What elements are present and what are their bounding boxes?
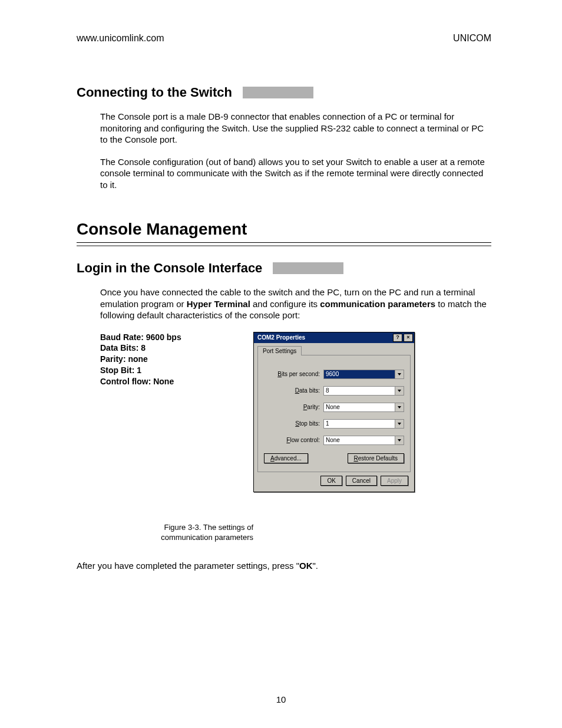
dialog-titlebar[interactable]: COM2 Properties ? × (254, 332, 414, 343)
chevron-down-icon[interactable] (395, 436, 404, 445)
stopbits-value[interactable]: 1 (323, 419, 395, 429)
com-properties-dialog: COM2 Properties ? × Port Settings Bits p… (253, 332, 415, 492)
chevron-down-icon[interactable] (395, 370, 404, 379)
ok-button[interactable]: OK (320, 476, 342, 486)
flow-value[interactable]: None (323, 436, 395, 445)
after-settings-text: After you have completed the parameter s… (77, 561, 491, 571)
databits-value[interactable]: 8 (323, 386, 395, 396)
connecting-para1: The Console port is a male DB-9 connecto… (100, 111, 491, 146)
chevron-down-icon[interactable] (395, 386, 404, 396)
param-parity: Parity: none (100, 354, 253, 365)
port-settings-panel: Bits per second: 9600 Data bits: 8 (257, 355, 411, 472)
bps-label: Bits per second: (264, 371, 323, 377)
param-flow: Control flow: None (100, 376, 253, 387)
header-brand: UNICOM (453, 33, 491, 44)
parameters-list: Baud Rate: 9600 bps Data Bits: 8 Parity:… (100, 332, 253, 387)
section-connecting-text: Connecting to the Switch (77, 85, 232, 100)
chevron-down-icon[interactable] (395, 403, 404, 412)
page-number: 10 (0, 694, 562, 704)
stopbits-combo[interactable]: 1 (323, 419, 404, 429)
advanced-button[interactable]: Advanced... (264, 453, 308, 463)
databits-combo[interactable]: 8 (323, 386, 404, 396)
chevron-down-icon[interactable] (395, 419, 404, 429)
param-data: Data Bits: 8 (100, 342, 253, 354)
bps-value[interactable]: 9600 (323, 370, 395, 379)
flow-combo[interactable]: None (323, 436, 404, 445)
close-icon[interactable]: × (404, 334, 413, 342)
figure-caption: Figure 3-3. The settings of communicatio… (100, 523, 253, 543)
bps-combo[interactable]: 9600 (323, 370, 404, 379)
dialog-title: COM2 Properties (257, 334, 305, 341)
tab-port-settings[interactable]: Port Settings (257, 346, 302, 355)
flow-label: Flow control: (264, 437, 323, 443)
parity-value[interactable]: None (323, 403, 395, 412)
section-connecting-title: Connecting to the Switch (77, 85, 491, 100)
header-url: www.unicomlink.com (77, 33, 164, 44)
section-login-text: Login in the Console Interface (77, 261, 262, 276)
decorative-block (273, 262, 343, 274)
decorative-block (243, 87, 313, 98)
param-baud: Baud Rate: 9600 bps (100, 332, 253, 343)
page-header: www.unicomlink.com UNICOM (77, 33, 491, 44)
cancel-button[interactable]: Cancel (346, 476, 377, 486)
restore-defaults-button[interactable]: Restore Defaults (348, 453, 405, 463)
section-login-title: Login in the Console Interface (77, 261, 491, 276)
heading-rule (77, 242, 491, 246)
parity-label: Parity: (264, 404, 323, 410)
connecting-para2: The Console configuration (out of band) … (100, 156, 491, 191)
help-icon[interactable]: ? (393, 334, 402, 342)
parity-combo[interactable]: None (323, 403, 404, 412)
apply-button[interactable]: Apply (381, 476, 408, 486)
databits-label: Data bits: (264, 387, 323, 394)
console-management-heading: Console Management (77, 220, 491, 239)
login-para1: Once you have connected the cable to the… (100, 286, 491, 321)
param-stop: Stop Bit: 1 (100, 365, 253, 376)
stopbits-label: Stop bits: (264, 420, 323, 427)
